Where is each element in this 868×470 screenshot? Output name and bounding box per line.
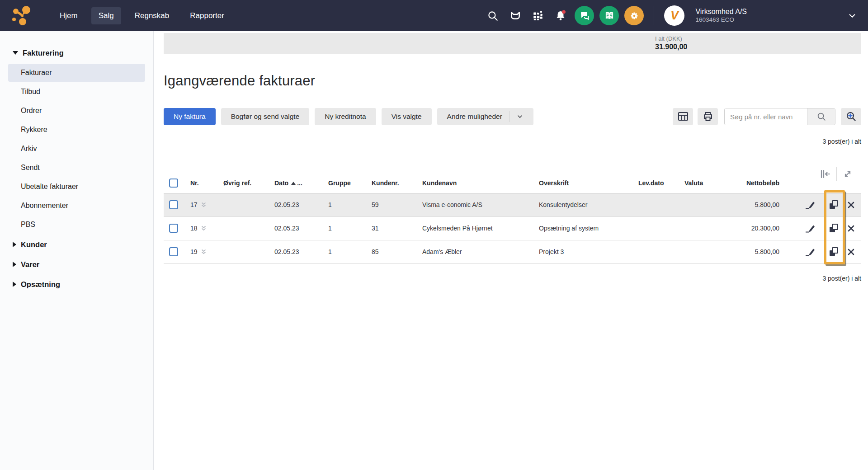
invoice-number: 17 [190, 201, 198, 208]
chevron-down-icon[interactable] [847, 11, 857, 21]
company-id: 1603463 ECO [695, 16, 747, 24]
visma-logo-icon[interactable] [9, 3, 34, 28]
table-row[interactable]: 19 02.05.23 1 85 Adam's Æbler Projekt 3 … [164, 240, 861, 263]
column-header-nr[interactable]: Nr. [190, 173, 223, 193]
edit-pencil-icon[interactable] [805, 246, 816, 257]
copy-duplicate-icon[interactable] [828, 246, 839, 257]
sidebar-item-ubetalte-fakturaer[interactable]: Ubetalte fakturaer [8, 178, 145, 196]
nav-item-salg[interactable]: Salg [91, 7, 121, 24]
toolbar-right [668, 108, 861, 125]
inbox-tray-icon[interactable] [507, 7, 524, 24]
navbar-right-controls: V Virksomhed A/S 1603463 ECO [484, 5, 857, 26]
sidebar-item-ordrer[interactable]: Ordrer [8, 102, 145, 120]
sidebar-item-fakturaer[interactable]: Fakturaer [8, 64, 145, 82]
main-content: I alt (DKK) 31.900,00 Igangværende faktu… [154, 31, 868, 470]
cell-kundenr: 85 [372, 240, 422, 263]
main-menu: Hjem Salg Regnskab Rapporter [52, 7, 231, 24]
sidebar-item-tilbud[interactable]: Tilbud [8, 83, 145, 101]
row-checkbox[interactable] [169, 200, 178, 209]
column-header-lev-dato[interactable]: Lev.dato [638, 173, 684, 193]
cell-kundenr: 31 [372, 216, 422, 240]
edit-pencil-icon[interactable] [805, 199, 816, 210]
table-row[interactable]: 17 02.05.23 1 59 Visma e-conomic A/S Kon… [164, 193, 861, 216]
book-and-send-button[interactable]: Bogfør og send valgte [221, 108, 310, 125]
column-header-dato[interactable]: Dato... [274, 173, 328, 193]
chevron-down-icon [516, 113, 524, 120]
search-input[interactable] [725, 108, 807, 125]
totals-bar: I alt (DKK) 31.900,00 [164, 33, 861, 54]
select-all-checkbox[interactable] [169, 179, 178, 188]
knowledge-book-icon[interactable] [599, 6, 619, 25]
sidebar-section-kunder[interactable]: Kunder [0, 235, 153, 254]
copy-duplicate-icon[interactable] [828, 223, 839, 234]
print-button[interactable] [698, 108, 718, 125]
record-count-bottom: 3 post(er) i alt [164, 275, 861, 282]
row-checkbox[interactable] [169, 224, 178, 233]
cell-dato: 02.05.23 [274, 240, 328, 263]
cell-kundenr: 59 [372, 193, 422, 216]
cell-overskrift: Konsulentydelser [539, 193, 638, 216]
row-checkbox[interactable] [169, 247, 178, 256]
app-grid-icon[interactable] [529, 7, 547, 24]
delete-x-icon[interactable] [847, 201, 855, 209]
expand-fullscreen-icon[interactable] [837, 167, 859, 181]
cell-lev-dato [638, 240, 684, 263]
column-header-valuta[interactable]: Valuta [684, 173, 727, 193]
column-header-ovrig-ref[interactable]: Øvrig ref. [223, 173, 274, 193]
nav-item-regnskab[interactable]: Regnskab [127, 7, 177, 24]
row-expand-double-chevron-icon[interactable] [201, 202, 207, 208]
advanced-search-button[interactable] [841, 108, 861, 125]
sidebar: Fakturering Fakturaer Tilbud Ordrer Rykk… [0, 31, 154, 470]
cell-ovrig-ref [223, 193, 274, 216]
sidebar-section-fakturering[interactable]: Fakturering [0, 43, 153, 63]
sidebar-item-rykkere[interactable]: Rykkere [8, 121, 145, 139]
view-selected-button[interactable]: Vis valgte [382, 108, 432, 125]
delete-x-icon[interactable] [847, 225, 855, 232]
search-submit-button[interactable] [807, 108, 835, 125]
sidebar-section-varer[interactable]: Varer [0, 254, 153, 274]
settings-gear-icon[interactable] [624, 6, 644, 25]
column-header-nettobelob[interactable]: Nettobeløb [727, 173, 784, 193]
column-header-overskrift[interactable]: Overskrift [539, 173, 638, 193]
sidebar-item-abonnementer[interactable]: Abonnementer [8, 197, 145, 215]
table-header-tools [814, 167, 859, 181]
cell-nettobelob: 20.300,00 [727, 216, 784, 240]
table-row[interactable]: 18 02.05.23 1 31 Cykelsmeden På Hjørnet … [164, 216, 861, 240]
column-header-kundenr[interactable]: Kundenr. [372, 173, 422, 193]
nav-item-hjem[interactable]: Hjem [52, 7, 85, 24]
chat-icon[interactable] [575, 6, 594, 25]
sidebar-section-opsaetning[interactable]: Opsætning [0, 274, 153, 294]
cell-lev-dato [638, 193, 684, 216]
row-expand-double-chevron-icon[interactable] [201, 249, 207, 255]
column-header-gruppe[interactable]: Gruppe [328, 173, 372, 193]
new-invoice-button[interactable]: Ny faktura [164, 108, 216, 125]
row-expand-double-chevron-icon[interactable] [201, 225, 207, 231]
cell-valuta [684, 216, 727, 240]
other-options-button[interactable]: Andre muligheder [437, 108, 533, 125]
delete-x-icon[interactable] [847, 248, 855, 256]
sidebar-item-sendt[interactable]: Sendt [8, 159, 145, 177]
record-count-top: 3 post(er) i alt [164, 138, 861, 145]
copy-duplicate-icon[interactable] [828, 199, 839, 210]
totals-summary: I alt (DKK) 31.900,00 [655, 35, 687, 52]
section-collapsed-icon [13, 262, 16, 267]
hidden-columns-indicator: ... [297, 179, 302, 187]
notification-bell-icon[interactable] [552, 7, 569, 24]
cell-nettobelob: 5.800,00 [727, 193, 784, 216]
search-icon[interactable] [484, 7, 501, 24]
cell-kundenavn: Cykelsmeden På Hjørnet [422, 216, 539, 240]
collapse-columns-icon[interactable] [814, 167, 836, 181]
totals-value: 31.900,00 [655, 42, 687, 52]
navbar-divider [654, 6, 654, 25]
column-layout-button[interactable] [673, 108, 693, 125]
cell-dato: 02.05.23 [274, 193, 328, 216]
column-header-kundenavn[interactable]: Kundenavn [422, 173, 539, 193]
company-switcher[interactable]: Virksomhed A/S 1603463 ECO [695, 7, 747, 24]
sidebar-item-pbs[interactable]: PBS [8, 216, 145, 234]
table-search [724, 108, 835, 125]
edit-pencil-icon[interactable] [805, 223, 816, 234]
new-credit-note-button[interactable]: Ny kreditnota [315, 108, 376, 125]
sidebar-item-arkiv[interactable]: Arkiv [8, 140, 145, 158]
nav-item-rapporter[interactable]: Rapporter [183, 7, 231, 24]
company-avatar[interactable]: V [664, 5, 684, 26]
